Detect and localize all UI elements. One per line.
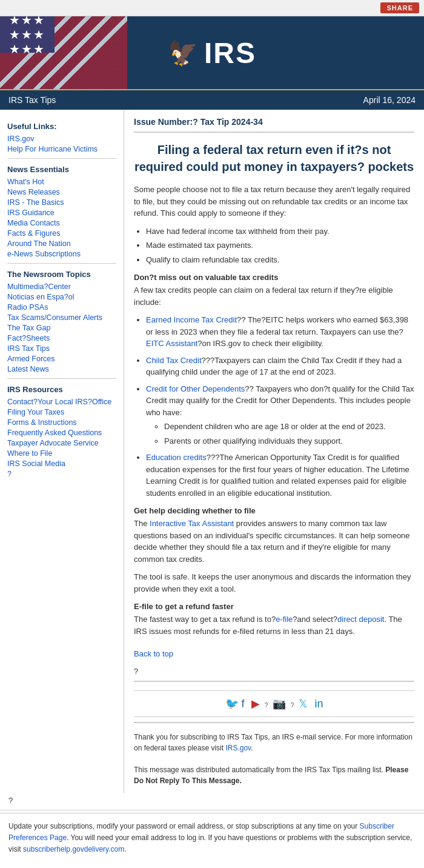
sidebar-radio[interactable]: Radio PSAs	[7, 303, 116, 312]
subscriber-preferences-link[interactable]: Subscriber Preferences Page	[8, 822, 394, 842]
education-credits-link[interactable]: Education credits	[146, 453, 207, 462]
share-bar: SHARE	[0, 0, 424, 16]
newsroom-list: Multimedia?Center Noticias en Espa?ol Ra…	[7, 282, 116, 373]
efile-link[interactable]: e-file	[276, 615, 293, 624]
newsroom-title: The Newsroom Topics	[7, 270, 116, 279]
sidebar-noticias[interactable]: Noticias en Espa?ol	[7, 293, 116, 301]
sidebar-divider-3	[7, 378, 116, 379]
twitter-icon[interactable]: 𝕏	[299, 697, 308, 710]
header: ★★★★★★★★★ 🦅 IRS	[0, 16, 424, 89]
credit-education: Education credits???The American Opportu…	[146, 452, 414, 499]
facebook-icon[interactable]: 🐦️ f	[225, 697, 245, 710]
sidebar-divider-1	[7, 158, 116, 159]
sidebar-latest-news[interactable]: Latest News	[7, 365, 116, 373]
content-footer: Thank you for subscribing to IRS Tax Tip…	[134, 732, 414, 786]
back-to-top-link[interactable]: Back to top	[134, 649, 173, 658]
credits-list: Earned Income Tax Credit?? The?EITC help…	[146, 314, 414, 499]
sidebar-tax-gap[interactable]: The Tax Gap	[7, 324, 116, 332]
irs-logo-text: IRS	[204, 36, 256, 70]
bullet-3: Qualify to claim refundable tax credits.	[146, 254, 414, 266]
news-essentials-list: What's Hot News Releases IRS - The Basic…	[7, 178, 116, 258]
sidebar-enews[interactable]: e-News Subscriptions	[7, 250, 116, 258]
sidebar-faq[interactable]: Frequently Asked Questions	[7, 429, 116, 437]
resources-title: IRS Resources	[7, 385, 116, 394]
issue-number: Issue Number:? Tax Tip 2024-34	[134, 117, 414, 127]
sidebar-tax-scams[interactable]: Tax Scams/Consumer Alerts	[7, 313, 116, 322]
direct-deposit-link[interactable]: direct deposit	[337, 615, 384, 624]
section3-text: The fastest way to get a tax refund is t…	[134, 613, 414, 637]
useful-links-list: IRS.gov Help For Hurricane Victims	[7, 135, 116, 153]
credit-other-dependents: Credit for Other Dependents?? Taxpayers …	[146, 383, 414, 447]
sidebar-social-media[interactable]: IRS Social Media	[7, 459, 116, 468]
article-title: Filing a federal tax return even if it?s…	[134, 141, 414, 175]
useful-links-title: Useful Links:	[7, 122, 116, 131]
eagle-icon: 🦅	[168, 39, 198, 67]
irs-logo: 🦅 IRS	[168, 36, 256, 70]
share-button[interactable]: SHARE	[380, 2, 419, 13]
sidebar-where-to-file[interactable]: Where to File	[7, 449, 116, 458]
social-icons-area: 🐦️ f ▶ ? 📷 ? 𝕏 in	[134, 690, 414, 717]
section2-heading: Get help deciding whether to file	[134, 506, 414, 515]
ig-label: ?	[291, 702, 294, 709]
main-layout: Useful Links: IRS.gov Help For Hurricane…	[0, 110, 424, 793]
sidebar-fact-sheets[interactable]: Fact?Sheets	[7, 334, 116, 342]
govdelivery-help-link[interactable]: subscriberhelp.govdelivery.com	[23, 845, 124, 853]
sidebar-taxpayer-advocate[interactable]: Taxpayer Advocate Service	[7, 439, 116, 447]
footer-text1: Thank you for subscribing to IRS Tax Tip…	[134, 732, 414, 753]
sub-bullet-1: Dependent children who are age 18 or old…	[164, 421, 414, 433]
section3-heading: E-file to get a refund faster	[134, 602, 414, 611]
footer-divider	[134, 722, 414, 723]
section2-text1: The Interactive Tax Assistant provides a…	[134, 518, 414, 565]
section2-text2: The tool is safe. It keeps the user anon…	[134, 571, 414, 595]
news-essentials-title: News Essentials	[7, 165, 116, 174]
sidebar-forms[interactable]: Forms & Instructions	[7, 418, 116, 427]
sidebar: Useful Links: IRS.gov Help For Hurricane…	[0, 110, 124, 793]
sidebar-whats-hot[interactable]: What's Hot	[7, 178, 116, 186]
eitc-assistant-link[interactable]: EITC Assistant	[146, 339, 197, 348]
sidebar-irs-tax-tips[interactable]: IRS Tax Tips	[7, 344, 116, 353]
sidebar-around-nation[interactable]: Around The Nation	[7, 239, 116, 248]
credit-ctc: Child Tax Credit???Taxpayers can claim t…	[146, 355, 414, 378]
sidebar-armed-forces[interactable]: Armed Forces	[7, 355, 116, 363]
eitc-link[interactable]: Earned Income Tax Credit	[146, 315, 237, 324]
social-divider	[134, 681, 414, 682]
intro-bullets: Have had federal income tax withheld fro…	[146, 225, 414, 266]
other-dependents-link[interactable]: Credit for Other Dependents	[146, 384, 245, 393]
sidebar-divider-2	[7, 263, 116, 264]
bullet-1: Have had federal income tax withheld fro…	[146, 225, 414, 238]
other-dependents-subbullets: Dependent children who are age 18 or old…	[164, 421, 414, 447]
instagram-icon[interactable]: 📷	[273, 697, 286, 710]
sidebar-irs-basics[interactable]: IRS - The Basics	[7, 198, 116, 207]
sidebar-contact-local[interactable]: Contact?Your Local IRS?Office	[7, 398, 116, 406]
content-divider	[134, 132, 414, 133]
linkedin-icon[interactable]: in	[314, 698, 323, 710]
sidebar-media-contacts[interactable]: Media Contacts	[7, 219, 116, 227]
no-reply-warning: Please Do Not Reply To This Message.	[134, 766, 408, 785]
sidebar-multimedia[interactable]: Multimedia?Center	[7, 282, 116, 291]
section1-heading: Don?t miss out on valuable tax credits	[134, 273, 414, 282]
sub-bullet-2: Parents or other qualifying individuals …	[164, 435, 414, 447]
resources-list: Contact?Your Local IRS?Office Filing You…	[7, 398, 116, 478]
intro-text: Some people choose not to file a tax ret…	[134, 184, 414, 219]
ctc-link[interactable]: Child Tax Credit	[146, 356, 202, 365]
newsletter-title: IRS Tax Tips	[8, 95, 56, 105]
stars-area: ★★★★★★★★★	[0, 16, 55, 53]
sidebar-question-mark[interactable]: ?	[7, 470, 116, 478]
irsgov-footer-link[interactable]: IRS.gov	[225, 744, 251, 752]
content-area: Issue Number:? Tax Tip 2024-34 Filing a …	[124, 110, 424, 793]
sidebar-facts-figures[interactable]: Facts & Figures	[7, 229, 116, 238]
sidebar-link-hurricane[interactable]: Help For Hurricane Victims	[7, 145, 116, 153]
yt-label: ?	[265, 702, 268, 709]
sub-header: IRS Tax Tips April 16, 2024	[0, 89, 424, 110]
sidebar-filing-taxes[interactable]: Filing Your Taxes	[7, 408, 116, 416]
ita-link[interactable]: Interactive Tax Assistant	[150, 519, 234, 528]
question-mark-1: ?	[134, 667, 414, 676]
sidebar-news-releases[interactable]: News Releases	[7, 188, 116, 196]
bullet-2: Made estimated tax payments.	[146, 239, 414, 252]
newsletter-date: April 16, 2024	[363, 95, 416, 105]
sidebar-link-irsgov[interactable]: IRS.gov	[7, 135, 116, 143]
sidebar-irs-guidance[interactable]: IRS Guidance	[7, 209, 116, 217]
question-line: ?	[0, 793, 424, 807]
youtube-icon[interactable]: ▶	[251, 697, 260, 710]
subscription-update-text: Update your subscriptions, modify your p…	[8, 821, 416, 856]
